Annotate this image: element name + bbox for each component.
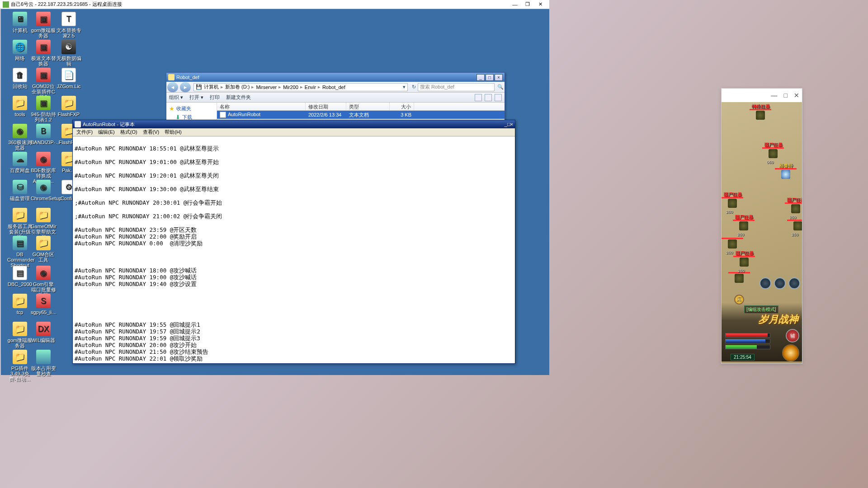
col-type[interactable]: 类型 [346,103,390,110]
desktop-icon[interactable]: 📁PG插件3.49-3免费-自动… [7,350,33,382]
hud-orb-icon[interactable] [788,277,800,289]
enemy-mob[interactable]: 260 [792,220,802,232]
list-header[interactable]: 名称 修改日期 类型 大小 [217,103,505,111]
notepad-maximize-button[interactable]: □ [507,122,510,127]
toolbar-open[interactable]: 打开 ▾ [189,94,203,101]
view-icon[interactable] [475,94,482,101]
desktop-icon[interactable]: ☁百度网盘 [7,152,33,173]
breadcrumb-segment[interactable]: Envir [305,84,316,90]
menu-item[interactable]: 格式(O) [118,128,139,136]
desktop-icon[interactable]: 版本占用变量秒查 [31,350,56,376]
notepad-window[interactable]: AutoRunRobot - 记事本 _ □ × 文件(F)编辑(E)格式(O)… [72,120,515,364]
desktop-icon[interactable]: DXWIL编辑器 [31,322,56,343]
remote-desktop[interactable]: 🖥计算机▣gom微端服务器T文本替换专家2.5🌐网络▣极速文本替换器☯无极数据编… [1,9,549,375]
desktop-icon[interactable]: 🗑回收站 [7,68,33,89]
breadcrumb-segment[interactable]: Mirserver [256,84,277,90]
explorer-minimize-button[interactable]: _ [476,74,485,81]
host-maximize-button[interactable]: ❐ [521,0,534,9]
enemy-mob[interactable]: 260 [726,238,739,250]
desktop-icon[interactable]: ◉BDE数据库转换成Access… [31,152,56,184]
desktop-icon[interactable]: ◉360极速浏览器 [7,124,33,150]
desktop-icon[interactable]: ☯无极数据编辑 [56,40,81,66]
desktop-icon[interactable]: ▤DBC_2000 [7,266,33,287]
preview-icon[interactable] [485,94,492,101]
desktop-icon[interactable]: Ssgpy65_li… [31,294,56,315]
toolbar-newfolder[interactable]: 新建文件夹 [226,94,251,101]
toolbar-organize[interactable]: 组织 ▾ [169,94,183,101]
game-maximize-button[interactable]: □ [784,92,788,99]
desktop-icon[interactable]: ◉Gom引擎端口批量修改器 [31,266,56,298]
host-close-button[interactable]: ✕ [534,0,547,9]
desktop-icon[interactable]: 📁GameOfMir引擎帮助文档 [31,208,56,240]
enemy-mob[interactable]: 疆尸狂暴260 [738,256,750,268]
desktop-icon[interactable]: T文本替换专家2.5 [56,12,81,38]
desktop-icon[interactable]: ◉ChromeSetup [31,180,56,201]
refresh-button[interactable]: ↻ [410,84,418,90]
nav-forward-button[interactable]: ► [180,82,191,92]
desktop-icon[interactable]: 📁tcp [7,294,33,315]
desktop-icon[interactable]: ▤DB Commander Shortcut [7,236,33,268]
toolbar-print[interactable]: 打印 [210,94,220,101]
search-icon[interactable]: 🔍 [496,84,505,90]
nav-back-button[interactable]: ◄ [167,82,178,92]
desktop-icon[interactable]: 📁FlashFXP [56,96,81,117]
desktop-icon[interactable]: 🌐网络 [7,40,33,61]
desktop-icon[interactable]: ▣gom微端服务器 [31,12,56,38]
explorer-maximize-button[interactable]: □ [486,74,494,81]
desktop-icon[interactable]: ▣GOM32位全装插件C版2 [31,68,56,100]
chevron-down-icon[interactable]: ▾ [403,84,406,90]
desktop-icon[interactable]: 📁tools [7,96,33,117]
help-icon[interactable] [495,94,502,101]
enemy-mob[interactable]: 疆尸狂暴260 [726,197,739,210]
breadcrumb-segment[interactable]: Robot_def [322,84,345,90]
notepad-close-button[interactable]: × [510,122,513,127]
game-viewport[interactable]: 疆尸狂暴260260260疆尸狂暴260疆尸狂暴260疆尸狂暴260格鲁特疆尸狂… [722,102,802,363]
enemy-mob[interactable]: 疆尸狂暴260 [789,202,802,215]
desktop-icon[interactable]: 📄JZGom.Lic [56,68,81,89]
shop-button[interactable]: 店 [734,295,744,305]
breadcrumb[interactable]: 💾计算机▸新加卷 (D:)▸Mirserver▸Mir200▸Envir▸Rob… [193,83,408,91]
enemy-mob[interactable]: 特殊狂暴 [754,109,767,122]
desktop-icon[interactable]: ▣945-防劫持列表1.2 [31,96,56,122]
desktop-icon[interactable]: ⛁磁盘管理 [7,180,33,201]
menu-item[interactable]: 文件(F) [75,128,94,136]
game-minimize-button[interactable]: — [771,92,778,99]
enemy-mob[interactable]: 疆尸狂暴060 [767,147,779,160]
game-window[interactable]: — □ ✕ 疆尸狂暴260260260疆尸狂暴260疆尸狂暴260疆尸狂暴260… [721,88,802,364]
explorer-titlebar[interactable]: Robot_def _ □ × [166,73,505,82]
hud-orb-icon[interactable] [774,277,786,289]
notepad-titlebar[interactable]: AutoRunRobot - 记事本 _ □ × [73,120,515,128]
explorer-close-button[interactable]: × [495,74,503,81]
col-size[interactable]: 大小 [390,103,414,110]
icon-label: WIL编辑器 [31,338,56,343]
status-bars [725,333,770,351]
desktop-icon[interactable]: BBANDIZIP-… [31,124,56,145]
breadcrumb-segment[interactable]: Mir200 [283,84,298,90]
search-input[interactable]: 搜索 Robot_def [418,83,495,91]
assist-button[interactable]: 辅 [786,329,799,343]
breadcrumb-segment[interactable]: 新加卷 (D:) [225,84,250,90]
main-orb-icon[interactable] [782,344,799,361]
enemy-mob[interactable]: 疆尸狂暴260 [737,220,750,232]
game-titlebar[interactable]: — □ ✕ [722,89,802,102]
icon-label: 极速文本替换器 [31,56,56,66]
desktop-icon[interactable]: 📁服务器工具套装(升级版) [7,208,33,240]
list-row[interactable]: AutoRunRobot 2022/2/6 13:34 文本文档 3 KB [217,111,505,119]
menu-item[interactable]: 帮助(H) [163,128,183,136]
notepad-textarea[interactable] [73,136,515,363]
breadcrumb-segment[interactable]: 计算机 [204,84,219,90]
desktop-icon[interactable]: 📁gom微端服务器 [7,322,33,348]
col-name[interactable]: 名称 [217,103,306,110]
sidebar-favorites[interactable]: ★收藏夹 [169,105,214,112]
menu-item[interactable]: 编辑(E) [96,128,117,136]
desktop-icon[interactable]: 🖥计算机 [7,12,33,33]
icon-label: FlashFXP [56,112,81,117]
desktop-icon[interactable]: ▣极速文本替换器 [31,40,56,66]
hud-orb-icon[interactable] [760,277,771,289]
player-character[interactable]: 格鲁特 [779,168,792,181]
host-minimize-button[interactable]: — [509,0,521,9]
game-close-button[interactable]: ✕ [794,92,799,99]
col-modified[interactable]: 修改日期 [306,103,346,110]
menu-item[interactable]: 查看(V) [141,128,161,136]
desktop-icon[interactable]: 📁GOM合区工具 [31,236,56,263]
